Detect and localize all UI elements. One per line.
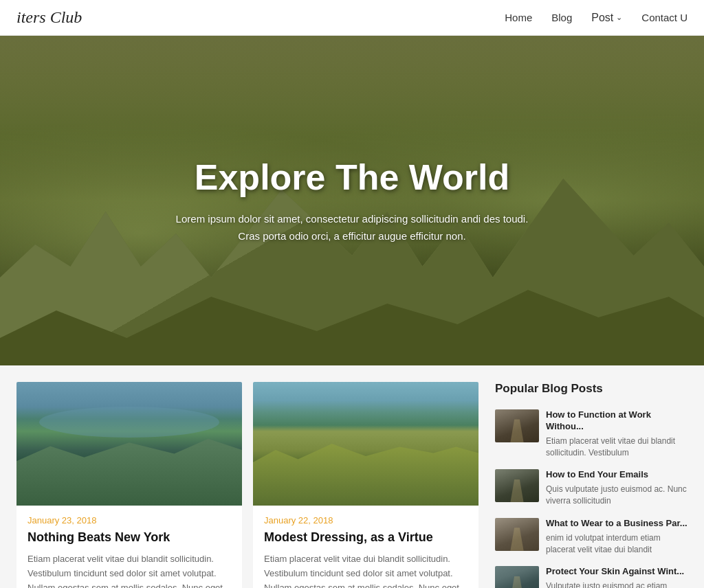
article-date: January 23, 2018 xyxy=(28,515,231,525)
hero-subtitle: Lorem ipsum dolor sit amet, consectetur … xyxy=(176,210,529,245)
popular-post-info: What to Wear to a Business Par... enim i… xyxy=(546,518,688,555)
site-header: iters Club Home Blog Post ⌄ Contact U xyxy=(0,0,704,36)
popular-post-thumbnail xyxy=(495,469,539,502)
popular-post-excerpt: Vulputate justo euismod ac etiam place xyxy=(546,580,688,588)
main-nav: Home Blog Post ⌄ Contact U xyxy=(505,12,688,24)
article-title[interactable]: Nothing Beats New York xyxy=(28,530,231,545)
thumbnail-image xyxy=(495,518,539,551)
popular-post-title[interactable]: How to End Your Emails xyxy=(546,469,688,481)
nav-home[interactable]: Home xyxy=(505,12,532,23)
nav-post-label: Post xyxy=(591,12,613,24)
popular-post-info: How to End Your Emails Quis vulputate ju… xyxy=(546,469,688,506)
article-card[interactable]: January 22, 2018 Modest Dressing, as a V… xyxy=(253,382,478,588)
hero-subtitle-line1: Lorem ipsum dolor sit amet, consectetur … xyxy=(176,213,529,225)
hero-title: Explore The World xyxy=(176,157,529,198)
popular-post-thumbnail xyxy=(495,409,539,442)
site-logo[interactable]: iters Club xyxy=(16,8,82,27)
popular-post[interactable]: How to End Your Emails Quis vulputate ju… xyxy=(495,469,688,506)
article-body: January 23, 2018 Nothing Beats New York … xyxy=(16,506,242,588)
popular-post-excerpt: Etiam placerat velit vitae dui blandit s… xyxy=(546,436,688,459)
popular-post[interactable]: How to Function at Work Withou... Etiam … xyxy=(495,409,688,458)
popular-post[interactable]: What to Wear to a Business Par... enim i… xyxy=(495,518,688,555)
popular-post[interactable]: Protect Your Skin Against Wint... Vulput… xyxy=(495,566,688,588)
popular-post-info: Protect Your Skin Against Wint... Vulput… xyxy=(546,566,688,588)
article-excerpt: Etiam placerat velit vitae dui blandit s… xyxy=(264,552,468,588)
main-content: January 23, 2018 Nothing Beats New York … xyxy=(0,365,704,588)
article-body: January 22, 2018 Modest Dressing, as a V… xyxy=(253,506,478,588)
article-image xyxy=(253,382,478,506)
hero-section: Explore The World Lorem ipsum dolor sit … xyxy=(0,36,704,365)
sidebar-popular-title: Popular Blog Posts xyxy=(495,382,688,398)
hero-subtitle-line2: Cras porta odio orci, a efficitur augue … xyxy=(238,230,465,242)
thumbnail-image xyxy=(495,409,539,442)
articles-grid: January 23, 2018 Nothing Beats New York … xyxy=(16,382,478,588)
popular-post-thumbnail xyxy=(495,518,539,551)
popular-post-title[interactable]: How to Function at Work Withou... xyxy=(546,409,688,433)
article-thumbnail xyxy=(253,382,478,506)
nav-blog[interactable]: Blog xyxy=(551,12,572,23)
popular-post-info: How to Function at Work Withou... Etiam … xyxy=(546,409,688,458)
article-thumbnail xyxy=(16,382,242,506)
nav-post[interactable]: Post ⌄ xyxy=(591,12,622,24)
thumbnail-image xyxy=(495,566,539,588)
popular-post-title[interactable]: Protect Your Skin Against Wint... xyxy=(546,566,688,578)
article-title[interactable]: Modest Dressing, as a Virtue xyxy=(264,530,468,545)
article-card[interactable]: January 23, 2018 Nothing Beats New York … xyxy=(16,382,242,588)
popular-post-excerpt: Quis vulputate justo euismod ac. Nunc vi… xyxy=(546,484,688,507)
hero-content: Explore The World Lorem ipsum dolor sit … xyxy=(148,157,556,245)
nav-contact[interactable]: Contact U xyxy=(641,12,688,23)
popular-post-excerpt: enim id volutpat interdum etiam placerat… xyxy=(546,532,688,556)
thumbnail-image xyxy=(495,469,539,502)
article-date: January 22, 2018 xyxy=(264,515,468,525)
sidebar: Popular Blog Posts How to Function at Wo… xyxy=(495,382,688,588)
article-excerpt: Etiam placerat velit vitae dui blandit s… xyxy=(28,552,231,588)
popular-post-title[interactable]: What to Wear to a Business Par... xyxy=(546,518,688,530)
article-image xyxy=(16,382,242,506)
popular-post-thumbnail xyxy=(495,566,539,588)
chevron-down-icon: ⌄ xyxy=(616,13,622,22)
